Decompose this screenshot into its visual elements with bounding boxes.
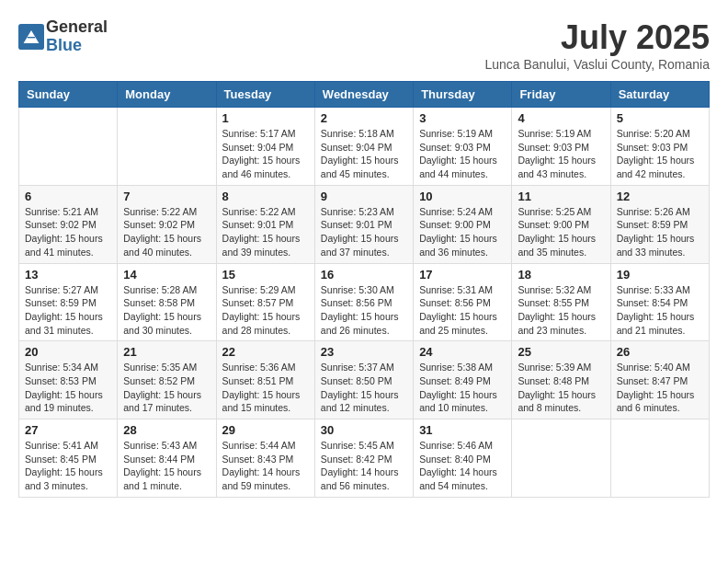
calendar-table: SundayMondayTuesdayWednesdayThursdayFrid… <box>18 81 710 498</box>
calendar-cell: 17Sunrise: 5:31 AM Sunset: 8:56 PM Dayli… <box>414 263 512 341</box>
day-info: Sunrise: 5:45 AM Sunset: 8:42 PM Dayligh… <box>321 439 407 493</box>
day-number: 5 <box>617 111 703 125</box>
day-info: Sunrise: 5:39 AM Sunset: 8:48 PM Dayligh… <box>518 361 604 415</box>
day-info: Sunrise: 5:36 AM Sunset: 8:51 PM Dayligh… <box>222 361 309 415</box>
calendar-cell: 24Sunrise: 5:38 AM Sunset: 8:49 PM Dayli… <box>414 341 512 419</box>
day-info: Sunrise: 5:23 AM Sunset: 9:01 PM Dayligh… <box>321 205 407 259</box>
day-number: 21 <box>123 345 210 359</box>
calendar-cell: 15Sunrise: 5:29 AM Sunset: 8:57 PM Dayli… <box>216 263 314 341</box>
day-info: Sunrise: 5:29 AM Sunset: 8:57 PM Dayligh… <box>222 283 309 338</box>
title-area: July 2025 Lunca Banului, Vaslui County, … <box>484 18 710 72</box>
logo: General Blue <box>18 18 108 55</box>
calendar-cell <box>512 419 610 498</box>
column-header-tuesday: Tuesday <box>216 82 314 108</box>
day-number: 30 <box>321 423 407 437</box>
calendar-cell: 21Sunrise: 5:35 AM Sunset: 8:52 PM Dayli… <box>118 341 216 419</box>
column-header-thursday: Thursday <box>414 82 512 108</box>
calendar-cell: 1Sunrise: 5:17 AM Sunset: 9:04 PM Daylig… <box>216 108 314 186</box>
day-info: Sunrise: 5:21 AM Sunset: 9:02 PM Dayligh… <box>25 205 111 259</box>
calendar-cell: 9Sunrise: 5:23 AM Sunset: 9:01 PM Daylig… <box>314 185 413 263</box>
day-number: 13 <box>25 268 111 282</box>
day-info: Sunrise: 5:43 AM Sunset: 8:44 PM Dayligh… <box>123 439 210 493</box>
column-header-wednesday: Wednesday <box>314 82 413 108</box>
day-number: 1 <box>222 111 309 125</box>
day-number: 15 <box>222 268 309 282</box>
day-number: 16 <box>321 268 407 282</box>
calendar-cell: 29Sunrise: 5:44 AM Sunset: 8:43 PM Dayli… <box>216 419 314 498</box>
day-number: 12 <box>617 190 703 203</box>
day-info: Sunrise: 5:32 AM Sunset: 8:55 PM Dayligh… <box>518 283 604 338</box>
calendar-cell: 13Sunrise: 5:27 AM Sunset: 8:59 PM Dayli… <box>19 263 118 341</box>
day-info: Sunrise: 5:34 AM Sunset: 8:53 PM Dayligh… <box>25 361 111 415</box>
calendar-cell: 22Sunrise: 5:36 AM Sunset: 8:51 PM Dayli… <box>216 341 314 419</box>
day-info: Sunrise: 5:20 AM Sunset: 9:03 PM Dayligh… <box>617 127 703 181</box>
calendar-cell <box>118 108 216 186</box>
calendar-cell: 23Sunrise: 5:37 AM Sunset: 8:50 PM Dayli… <box>314 341 413 419</box>
day-number: 11 <box>518 190 604 203</box>
day-number: 27 <box>25 423 111 437</box>
calendar-cell: 27Sunrise: 5:41 AM Sunset: 8:45 PM Dayli… <box>19 419 118 498</box>
day-number: 29 <box>222 423 309 437</box>
day-info: Sunrise: 5:33 AM Sunset: 8:54 PM Dayligh… <box>617 283 703 338</box>
day-number: 20 <box>25 345 111 359</box>
day-info: Sunrise: 5:46 AM Sunset: 8:40 PM Dayligh… <box>419 439 506 493</box>
calendar-cell: 16Sunrise: 5:30 AM Sunset: 8:56 PM Dayli… <box>314 263 413 341</box>
calendar-cell: 7Sunrise: 5:22 AM Sunset: 9:02 PM Daylig… <box>118 185 216 263</box>
day-number: 22 <box>222 345 309 359</box>
calendar-cell: 11Sunrise: 5:25 AM Sunset: 9:00 PM Dayli… <box>512 185 610 263</box>
day-number: 2 <box>321 111 407 125</box>
calendar-cell: 26Sunrise: 5:40 AM Sunset: 8:47 PM Dayli… <box>610 341 709 419</box>
day-number: 19 <box>617 268 703 282</box>
day-number: 31 <box>419 423 506 437</box>
day-info: Sunrise: 5:31 AM Sunset: 8:56 PM Dayligh… <box>419 283 506 338</box>
day-info: Sunrise: 5:27 AM Sunset: 8:59 PM Dayligh… <box>25 283 111 338</box>
calendar-cell: 4Sunrise: 5:19 AM Sunset: 9:03 PM Daylig… <box>512 108 610 186</box>
logo-icon <box>18 24 44 50</box>
day-info: Sunrise: 5:41 AM Sunset: 8:45 PM Dayligh… <box>25 439 111 493</box>
calendar-header-row: SundayMondayTuesdayWednesdayThursdayFrid… <box>19 82 710 108</box>
day-info: Sunrise: 5:28 AM Sunset: 8:58 PM Dayligh… <box>123 283 210 338</box>
calendar-cell: 8Sunrise: 5:22 AM Sunset: 9:01 PM Daylig… <box>216 185 314 263</box>
calendar-cell: 5Sunrise: 5:20 AM Sunset: 9:03 PM Daylig… <box>610 108 709 186</box>
day-number: 26 <box>617 345 703 359</box>
svg-rect-2 <box>28 37 35 38</box>
day-info: Sunrise: 5:38 AM Sunset: 8:49 PM Dayligh… <box>419 361 506 415</box>
calendar-week-row: 1Sunrise: 5:17 AM Sunset: 9:04 PM Daylig… <box>19 108 710 186</box>
column-header-saturday: Saturday <box>610 82 709 108</box>
column-header-monday: Monday <box>118 82 216 108</box>
calendar-cell: 25Sunrise: 5:39 AM Sunset: 8:48 PM Dayli… <box>512 341 610 419</box>
day-info: Sunrise: 5:19 AM Sunset: 9:03 PM Dayligh… <box>419 127 506 181</box>
calendar-cell: 20Sunrise: 5:34 AM Sunset: 8:53 PM Dayli… <box>19 341 118 419</box>
location-text: Lunca Banului, Vaslui County, Romania <box>484 57 710 72</box>
calendar-cell: 30Sunrise: 5:45 AM Sunset: 8:42 PM Dayli… <box>314 419 413 498</box>
calendar-cell: 31Sunrise: 5:46 AM Sunset: 8:40 PM Dayli… <box>414 419 512 498</box>
day-number: 17 <box>419 268 506 282</box>
day-info: Sunrise: 5:19 AM Sunset: 9:03 PM Dayligh… <box>518 127 604 181</box>
calendar-week-row: 6Sunrise: 5:21 AM Sunset: 9:02 PM Daylig… <box>19 185 710 263</box>
day-number: 7 <box>123 190 210 203</box>
logo-text: General Blue <box>46 18 108 55</box>
calendar-cell: 6Sunrise: 5:21 AM Sunset: 9:02 PM Daylig… <box>19 185 118 263</box>
day-info: Sunrise: 5:37 AM Sunset: 8:50 PM Dayligh… <box>321 361 407 415</box>
day-number: 6 <box>25 190 111 203</box>
column-header-friday: Friday <box>512 82 610 108</box>
calendar-week-row: 27Sunrise: 5:41 AM Sunset: 8:45 PM Dayli… <box>19 419 710 498</box>
calendar-cell: 28Sunrise: 5:43 AM Sunset: 8:44 PM Dayli… <box>118 419 216 498</box>
page-header: General Blue July 2025 Lunca Banului, Va… <box>18 18 710 72</box>
day-number: 9 <box>321 190 407 203</box>
day-number: 25 <box>518 345 604 359</box>
calendar-week-row: 13Sunrise: 5:27 AM Sunset: 8:59 PM Dayli… <box>19 263 710 341</box>
day-info: Sunrise: 5:30 AM Sunset: 8:56 PM Dayligh… <box>321 283 407 338</box>
day-number: 10 <box>419 190 506 203</box>
day-number: 14 <box>123 268 210 282</box>
day-number: 18 <box>518 268 604 282</box>
day-info: Sunrise: 5:17 AM Sunset: 9:04 PM Dayligh… <box>222 127 309 181</box>
day-info: Sunrise: 5:26 AM Sunset: 8:59 PM Dayligh… <box>617 205 703 259</box>
day-info: Sunrise: 5:18 AM Sunset: 9:04 PM Dayligh… <box>321 127 407 181</box>
day-info: Sunrise: 5:22 AM Sunset: 9:02 PM Dayligh… <box>123 205 210 259</box>
calendar-cell: 12Sunrise: 5:26 AM Sunset: 8:59 PM Dayli… <box>610 185 709 263</box>
day-number: 3 <box>419 111 506 125</box>
calendar-week-row: 20Sunrise: 5:34 AM Sunset: 8:53 PM Dayli… <box>19 341 710 419</box>
day-info: Sunrise: 5:25 AM Sunset: 9:00 PM Dayligh… <box>518 205 604 259</box>
day-number: 24 <box>419 345 506 359</box>
